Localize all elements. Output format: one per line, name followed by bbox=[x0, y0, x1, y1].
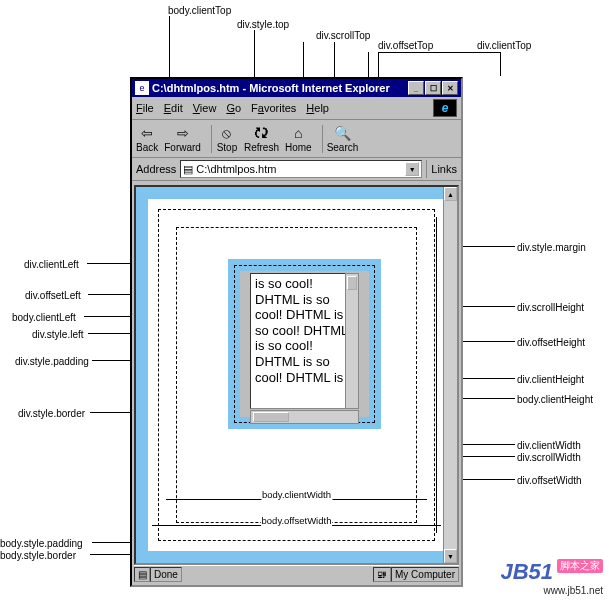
toolbar-separator bbox=[322, 125, 323, 153]
leader-line bbox=[500, 52, 501, 76]
menu-favorites[interactable]: Favorites bbox=[251, 102, 296, 114]
viewport-scrollbar-vertical[interactable]: ▲ ▼ bbox=[443, 187, 457, 563]
status-done: Done bbox=[150, 567, 182, 582]
label-div-scrollHeight: div.scrollHeight bbox=[517, 302, 584, 313]
dim-body-clientHeight bbox=[436, 217, 437, 533]
menu-edit[interactable]: Edit bbox=[164, 102, 183, 114]
label-body-style-padding: body.style.padding bbox=[0, 538, 83, 549]
menu-file[interactable]: File bbox=[136, 102, 154, 114]
label-div-style-padding: div.style.padding bbox=[15, 356, 89, 367]
label-div-clientTop: div.clientTop bbox=[477, 40, 531, 51]
label-div-scrollWidth: div.scrollWidth bbox=[517, 452, 581, 463]
back-icon: ⇦ bbox=[136, 124, 158, 142]
label-body-clientTop: body.clientTop bbox=[168, 5, 231, 16]
content-text: is so cool! DHTML is so cool! DHTML is s… bbox=[255, 276, 354, 406]
search-icon: 🔍 bbox=[331, 124, 353, 142]
address-field[interactable]: ▤ C:\dhtmlpos.htm ▼ bbox=[180, 160, 422, 178]
menu-help[interactable]: Help bbox=[306, 102, 329, 114]
leader-line bbox=[378, 52, 500, 53]
label-div-style-top: div.style.top bbox=[237, 19, 289, 30]
ie-page-icon: e bbox=[135, 81, 149, 95]
links-separator bbox=[426, 160, 427, 178]
status-zone-icon: 🖳 bbox=[373, 567, 391, 582]
label-div-offsetWidth: div.offsetWidth bbox=[517, 475, 582, 486]
address-doc-icon: ▤ bbox=[183, 163, 193, 176]
scroll-thumb[interactable] bbox=[347, 276, 357, 290]
ie-logo-icon: e bbox=[433, 99, 457, 117]
label-div-style-border: div.style.border bbox=[18, 408, 85, 419]
menu-view[interactable]: View bbox=[193, 102, 217, 114]
label-div-clientWidth: div.clientWidth bbox=[517, 440, 581, 451]
titlebar: e C:\dhtmlpos.htm - Microsoft Internet E… bbox=[132, 79, 461, 97]
window-title: C:\dhtmlpos.htm - Microsoft Internet Exp… bbox=[152, 82, 408, 94]
div-scrollbar-vertical[interactable] bbox=[345, 273, 359, 409]
search-button[interactable]: 🔍Search bbox=[327, 124, 359, 153]
browser-window: e C:\dhtmlpos.htm - Microsoft Internet E… bbox=[130, 77, 463, 587]
minimize-button[interactable]: _ bbox=[408, 81, 424, 95]
viewport: is so cool! DHTML is so cool! DHTML is s… bbox=[134, 185, 459, 565]
maximize-button[interactable]: ☐ bbox=[425, 81, 441, 95]
body-padding-area: is so cool! DHTML is so cool! DHTML is s… bbox=[148, 199, 445, 551]
stop-icon: ⦸ bbox=[216, 124, 238, 142]
refresh-icon: 🗘 bbox=[250, 124, 272, 142]
label-body-offsetWidth: body.offsetWidth bbox=[261, 515, 333, 526]
address-bar: Address ▤ C:\dhtmlpos.htm ▼ Links bbox=[132, 158, 461, 181]
stop-button[interactable]: ⦸Stop bbox=[216, 124, 238, 153]
toolbar: ⇦Back ⇨Forward ⦸Stop 🗘Refresh ⌂Home 🔍Sea… bbox=[132, 119, 461, 158]
label-body-clientHeight: body.clientHeight bbox=[517, 394, 593, 405]
refresh-button[interactable]: 🗘Refresh bbox=[244, 124, 279, 153]
watermark: JB51脚本之家 www.jb51.net bbox=[500, 559, 603, 596]
watermark-logo: JB51 bbox=[500, 559, 553, 584]
menubar: File Edit View Go Favorites Help e bbox=[132, 97, 461, 119]
back-button[interactable]: ⇦Back bbox=[136, 124, 158, 153]
label-div-style-left: div.style.left bbox=[32, 329, 84, 340]
scroll-up-icon[interactable]: ▲ bbox=[444, 187, 457, 201]
watermark-tag: 脚本之家 bbox=[557, 559, 603, 573]
label-div-offsetLeft: div.offsetLeft bbox=[25, 290, 81, 301]
scroll-thumb[interactable] bbox=[253, 412, 289, 422]
div-content: is so cool! DHTML is so cool! DHTML is s… bbox=[250, 273, 359, 409]
statusbar: ▤ Done 🖳 My Computer bbox=[134, 565, 459, 583]
close-button[interactable]: ✕ bbox=[442, 81, 458, 95]
status-doc-icon: ▤ bbox=[134, 567, 150, 582]
watermark-url: www.jb51.net bbox=[500, 585, 603, 596]
measured-div: is so cool! DHTML is so cool! DHTML is s… bbox=[228, 259, 381, 429]
address-dropdown-icon[interactable]: ▼ bbox=[405, 162, 419, 176]
label-div-scrollTop: div.scrollTop bbox=[316, 30, 370, 41]
home-icon: ⌂ bbox=[287, 124, 309, 142]
label-div-offsetTop: div.offsetTop bbox=[378, 40, 433, 51]
toolbar-separator bbox=[211, 125, 212, 153]
status-zone: My Computer bbox=[391, 567, 459, 582]
home-button[interactable]: ⌂Home bbox=[285, 124, 312, 153]
scroll-down-icon[interactable]: ▼ bbox=[444, 549, 457, 563]
links-label[interactable]: Links bbox=[431, 163, 457, 175]
label-body-clientLeft: body.clientLeft bbox=[12, 312, 76, 323]
address-label: Address bbox=[136, 163, 176, 175]
label-body-clientWidth: body.clientWidth bbox=[261, 489, 332, 500]
label-div-offsetHeight: div.offsetHeight bbox=[517, 337, 585, 348]
label-div-style-margin: div.style.margin bbox=[517, 242, 586, 253]
forward-button[interactable]: ⇨Forward bbox=[164, 124, 201, 153]
label-div-clientHeight: div.clientHeight bbox=[517, 374, 584, 385]
address-value: C:\dhtmlpos.htm bbox=[196, 163, 405, 175]
forward-icon: ⇨ bbox=[172, 124, 194, 142]
div-scrollbar-horizontal[interactable] bbox=[250, 410, 359, 424]
label-body-style-border: body.style.border bbox=[0, 550, 76, 561]
label-div-clientLeft: div.clientLeft bbox=[24, 259, 79, 270]
menu-go[interactable]: Go bbox=[226, 102, 241, 114]
